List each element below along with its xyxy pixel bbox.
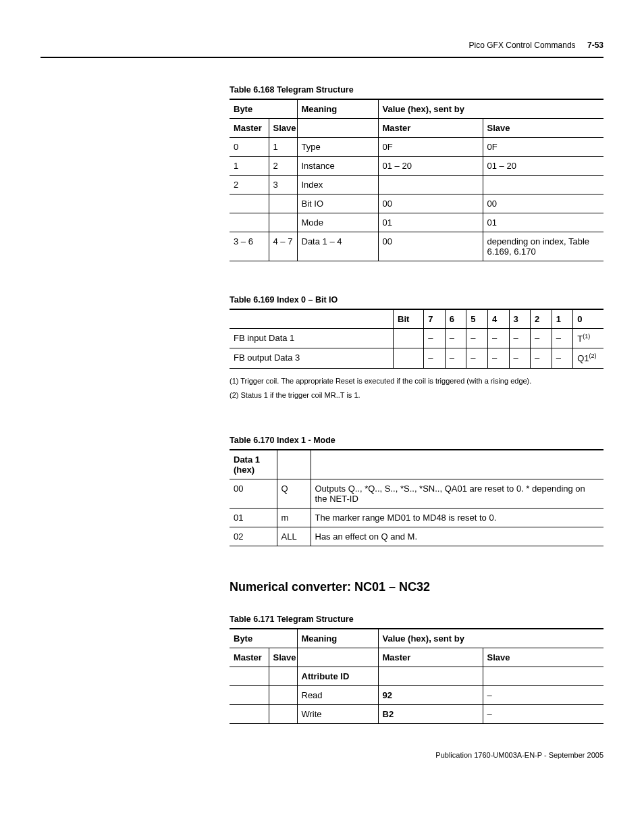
th-master: Master — [230, 648, 269, 667]
th-value: Value (hex), sent by — [378, 99, 603, 119]
table-row: Read 92 – — [230, 685, 603, 704]
table-row: 1 2 Instance 01 – 20 01 – 20 — [230, 157, 603, 176]
table-row: Write B2 – — [230, 704, 603, 723]
table-170: Data 1 (hex) 00 Q Outputs Q.., *Q.., S..… — [230, 449, 603, 546]
table-168-caption: Table 6.168 Telegram Structure — [230, 85, 603, 95]
table-168: Byte Meaning Value (hex), sent by Master… — [230, 99, 603, 261]
th-value: Value (hex), sent by — [378, 629, 603, 648]
page-header: Pico GFX Control Commands 7-53 — [41, 41, 603, 57]
footnote-1: (1) Trigger coil. The appropriate Reset … — [230, 375, 603, 388]
th-data: Data 1 (hex) — [230, 450, 277, 479]
header-title: Pico GFX Control Commands — [469, 41, 576, 50]
table-171-caption: Table 6.171 Telegram Structure — [230, 615, 603, 624]
footnote-2: (2) Status 1 if the trigger coil MR..T i… — [230, 390, 603, 402]
table-row: 2 3 Index — [230, 176, 603, 194]
page-footer: Publication 1760-UM003A-EN-P - September… — [41, 751, 603, 759]
th-master: Master — [230, 119, 269, 138]
table-row: 00 Q Outputs Q.., *Q.., S.., *S.., *SN..… — [230, 479, 603, 508]
table-row: FB input Data 1 – – – – – – – T(1) — [230, 329, 603, 348]
th-meaning: Meaning — [297, 629, 378, 648]
header-rule — [41, 57, 603, 58]
table-171: Byte Meaning Value (hex), sent by Master… — [230, 628, 603, 724]
th-bit: Bit — [394, 309, 424, 329]
table-row: 01 m The marker range MD01 to MD48 is re… — [230, 508, 603, 527]
table-row: 02 ALL Has an effect on Q and M. — [230, 527, 603, 546]
table-169-caption: Table 6.169 Index 0 – Bit IO — [230, 295, 603, 305]
table-row: 0 1 Type 0F 0F — [230, 138, 603, 157]
th-byte: Byte — [230, 629, 297, 648]
th-blank — [230, 309, 394, 329]
th-master2: Master — [378, 648, 483, 667]
table-row: 3 – 6 4 – 7 Data 1 – 4 00 depending on i… — [230, 232, 603, 261]
header-page-number: 7-53 — [587, 41, 603, 50]
table-row: Attribute ID — [230, 667, 603, 685]
table-row: Mode 01 01 — [230, 213, 603, 232]
th-blank — [297, 119, 378, 138]
table-row: FB output Data 3 – – – – – – – Q1(2) — [230, 348, 603, 368]
table-169: Bit 7 6 5 4 3 2 1 0 FB input Data 1 – – … — [230, 309, 603, 369]
th-slave2: Slave — [483, 648, 603, 667]
th-slave: Slave — [269, 648, 297, 667]
th-slave: Slave — [269, 119, 297, 138]
th-slave2: Slave — [483, 119, 603, 138]
th-meaning: Meaning — [297, 99, 378, 119]
th-byte: Byte — [230, 99, 297, 119]
th-master2: Master — [378, 119, 483, 138]
table-row: Bit IO 00 00 — [230, 194, 603, 213]
section-heading: Numerical converter: NC01 – NC32 — [230, 580, 603, 594]
table-170-caption: Table 6.170 Index 1 - Mode — [230, 436, 603, 445]
